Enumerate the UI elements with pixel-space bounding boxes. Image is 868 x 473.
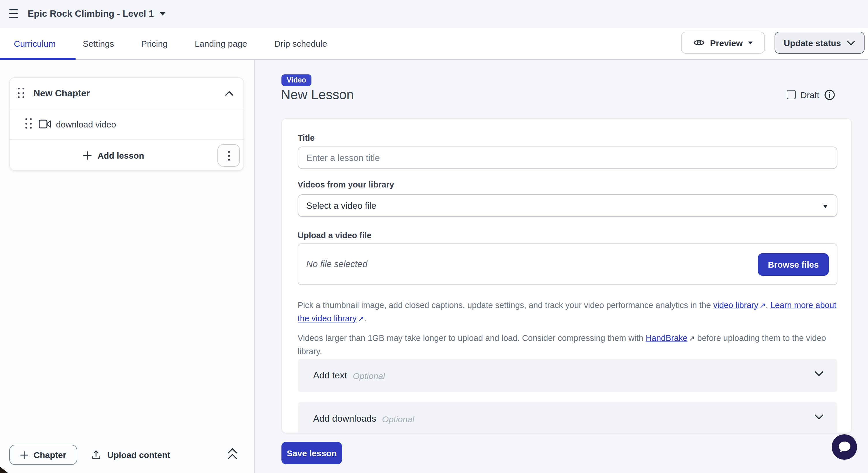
lesson-editor-card: Title Videos from your library Select a … [281,118,852,433]
browse-files-button[interactable]: Browse files [758,253,829,276]
tab-list: Curriculum Settings Pricing Landing page… [14,28,327,59]
chevron-down-icon [814,371,824,377]
external-link-icon: ↗ [689,334,695,342]
lesson-type-badge: Video [281,74,311,86]
add-downloads-hint: Optional [382,414,414,424]
library-field-label: Videos from your library [298,180,394,189]
caret-down-icon [823,205,828,208]
course-title-dropdown[interactable]: Epic Rock Climbing - Level 1 [28,0,165,28]
video-library-select[interactable]: Select a video file [298,194,837,217]
lesson-title-input[interactable] [298,147,837,169]
chapter-card: New Chapter download video [9,77,244,171]
update-status-button[interactable]: Update status [775,32,865,54]
add-downloads-label: Add downloads [313,414,376,424]
chevron-up-icon[interactable] [225,91,234,96]
chevron-down-icon [847,40,855,45]
chapter-footer: Add lesson [10,139,243,171]
tab-landing-page[interactable]: Landing page [195,38,247,48]
add-text-label: Add text [313,370,347,381]
kebab-menu-icon [227,150,230,161]
caret-down-icon [159,12,165,15]
chapter-header: New Chapter [10,78,243,109]
chapter-title: New Chapter [33,88,90,99]
video-help-text: Pick a thumbnail image, add closed capti… [298,298,840,325]
add-downloads-panel[interactable]: Add downloads Optional [298,402,837,433]
drag-handle-icon[interactable] [18,88,25,99]
plus-icon [83,151,92,159]
chat-launcher-button[interactable] [832,434,857,460]
course-builder-app: Epic Rock Climbing - Level 1 Curriculum … [0,0,868,473]
external-link-icon: ↗ [358,314,364,323]
video-camera-icon [39,119,51,129]
chapter-menu-button[interactable] [217,144,240,167]
video-library-link[interactable]: video library [713,300,758,310]
course-title: Epic Rock Climbing - Level 1 [28,9,154,19]
add-lesson-button[interactable]: Add lesson [10,139,217,171]
tab-bar: Curriculum Settings Pricing Landing page… [0,28,868,60]
add-lesson-label: Add lesson [97,150,144,160]
eye-icon [693,37,705,49]
preview-button[interactable]: Preview [681,32,765,54]
tab-drip-schedule[interactable]: Drip schedule [274,38,327,48]
upload-content-label: Upload content [107,450,170,460]
save-lesson-button[interactable]: Save lesson [281,442,342,464]
tab-pricing[interactable]: Pricing [141,38,167,48]
caret-down-icon [748,41,753,44]
draft-checkbox[interactable] [787,90,796,99]
video-library-select-value: Select a video file [306,200,376,211]
help-text: . [364,314,367,323]
preview-label: Preview [710,38,743,48]
upload-content-button[interactable]: Upload content [91,445,170,465]
lesson-row[interactable]: download video [10,110,243,139]
help-text: Videos larger than 1GB may take longer t… [298,333,646,342]
chevron-down-icon [814,414,824,420]
tab-settings[interactable]: Settings [83,38,114,48]
update-status-label: Update status [784,38,841,48]
double-chevron-up-icon [227,448,238,460]
tab-curriculum[interactable]: Curriculum [14,38,56,48]
active-tab-underline [0,58,75,60]
chat-bubble-icon [832,434,857,460]
file-upload-box: No file selected Browse files [298,244,837,285]
add-text-hint: Optional [353,371,385,380]
add-chapter-button[interactable]: Chapter [9,445,77,465]
help-text: Pick a thumbnail image, add closed capti… [298,300,713,310]
upload-field-label: Upload a video file [298,231,371,240]
info-icon[interactable] [824,89,835,100]
collapse-all-button[interactable] [227,448,239,462]
draft-toggle-group: Draft [787,88,835,101]
help-text: . [766,300,770,310]
drag-handle-icon[interactable] [25,118,32,129]
handbrake-link[interactable]: HandBrake [646,333,687,342]
external-link-icon: ↗ [760,301,766,310]
title-field-label: Title [298,133,315,143]
top-bar: Epic Rock Climbing - Level 1 [0,0,868,28]
hamburger-menu-icon[interactable] [9,9,18,18]
compression-help-text: Videos larger than 1GB may take longer t… [298,332,840,358]
curriculum-sidebar: New Chapter download video [0,60,255,473]
lesson-title: download video [56,119,116,129]
add-chapter-label: Chapter [33,450,66,460]
no-file-text: No file selected [306,259,367,270]
add-text-panel[interactable]: Add text Optional [298,359,837,392]
draft-label: Draft [801,90,819,99]
upload-icon [91,450,101,460]
corner-decoration [0,467,8,473]
page-title: New Lesson [281,87,354,103]
plus-icon [20,451,28,459]
